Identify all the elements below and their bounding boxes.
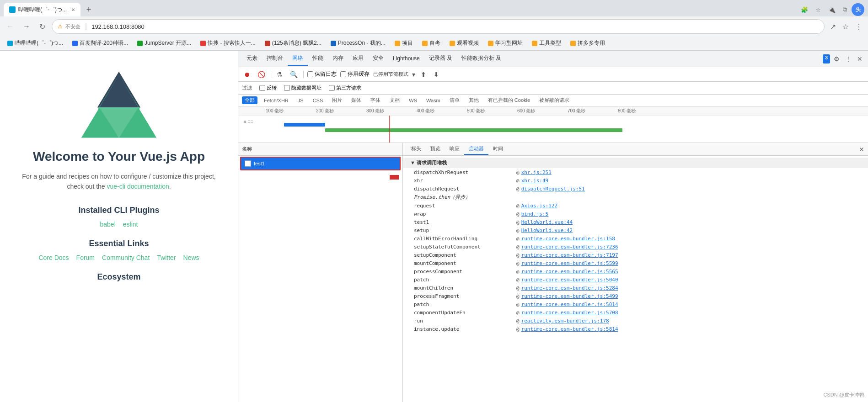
- call-link[interactable]: Axios.js:122: [521, 203, 557, 209]
- tab-elements[interactable]: 元素: [242, 52, 262, 66]
- new-tab-button[interactable]: +: [82, 3, 95, 16]
- tab-console[interactable]: 控制台: [262, 52, 288, 66]
- bookmark-watch-video[interactable]: 观看视频: [446, 38, 482, 48]
- detail-tab-response[interactable]: 响应: [445, 143, 464, 155]
- clear-button[interactable]: 🚫: [256, 70, 267, 79]
- detail-tab-initiator[interactable]: 启动器: [464, 143, 488, 155]
- tab-lighthouse[interactable]: Lighthouse: [388, 53, 424, 65]
- vue-cli-doc-link[interactable]: vue-cli documentation: [107, 183, 169, 190]
- active-tab[interactable]: 哔哩哔哩(゜-゜)つ... ✕: [4, 3, 80, 16]
- twitter-link[interactable]: Twitter: [157, 254, 176, 261]
- type-manifest-button[interactable]: 清单: [447, 96, 462, 104]
- type-fetch-xhr-button[interactable]: Fetch/XHR: [261, 97, 291, 104]
- bookmark-project[interactable]: 项目: [391, 38, 417, 48]
- devtools-more-button[interactable]: ⋮: [843, 54, 853, 63]
- bookmark-kuaisou[interactable]: 快搜 - 搜索快人一...: [197, 38, 259, 48]
- type-img-button[interactable]: 图片: [329, 96, 345, 104]
- tab-recorder[interactable]: 记录器 及: [424, 52, 457, 66]
- preserve-log-input[interactable]: [307, 71, 313, 77]
- news-link[interactable]: News: [183, 254, 199, 261]
- address-bar[interactable]: ⚠ 不安全 | 192.168.0.108:8080: [52, 19, 825, 34]
- invert-input[interactable]: [259, 85, 265, 91]
- bookmark-processon[interactable]: ProcessOn - 我的...: [327, 38, 389, 48]
- tab-memory[interactable]: 内存: [328, 52, 348, 66]
- throttle-select[interactable]: 已停用节流模式: [373, 71, 408, 78]
- community-chat-link[interactable]: Community Chat: [102, 254, 150, 261]
- bookmark-tools[interactable]: 工具类型: [528, 38, 565, 48]
- type-blocked-cookie-button[interactable]: 有已拦截的 Cookie: [485, 96, 533, 104]
- type-media-button[interactable]: 媒体: [348, 96, 364, 104]
- profile-avatar[interactable]: 头: [852, 3, 864, 16]
- extension-btn[interactable]: 🧩: [798, 3, 811, 16]
- forum-link[interactable]: Forum: [76, 254, 95, 261]
- call-link[interactable]: HelloWorld.vue:42: [521, 227, 573, 233]
- export-button[interactable]: ⬇: [432, 70, 441, 79]
- call-link[interactable]: runtime-core.esm-bundler.js:5814: [521, 326, 618, 332]
- bookmark-selfexam[interactable]: 自考: [418, 38, 444, 48]
- tab-close-button[interactable]: ✕: [71, 7, 75, 12]
- invert-checkbox[interactable]: 反转: [259, 85, 277, 91]
- detail-tab-timing[interactable]: 时间: [488, 143, 508, 155]
- call-link[interactable]: runtime-core.esm-bundler.js:5014: [521, 302, 618, 307]
- tab-application[interactable]: 应用: [348, 52, 368, 66]
- type-all-button[interactable]: 全部: [242, 96, 257, 104]
- bookmark-bilibili[interactable]: 哔哩哔哩(゜-゜)つ...: [4, 38, 67, 48]
- menu-button[interactable]: ⋮: [853, 21, 864, 33]
- detail-tab-headers[interactable]: 标头: [407, 143, 426, 155]
- eslint-link[interactable]: eslint: [123, 221, 138, 228]
- record-button[interactable]: ⏺: [242, 70, 252, 79]
- type-other-button[interactable]: 其他: [466, 96, 482, 104]
- tab-perf-insights[interactable]: 性能数据分析 及: [457, 52, 506, 66]
- devtools-close-button[interactable]: ✕: [855, 54, 864, 63]
- call-link[interactable]: xhr.js:49: [521, 178, 549, 184]
- call-link[interactable]: runtime-core.esm-bundler.js:5499: [521, 293, 618, 299]
- type-font-button[interactable]: 字体: [368, 96, 383, 104]
- reload-button[interactable]: ↻: [37, 21, 48, 33]
- preserve-log-checkbox[interactable]: 保留日志: [307, 70, 337, 78]
- bookmark-learning[interactable]: 学习型网址: [484, 38, 526, 48]
- request-row-test1[interactable]: test1: [241, 158, 400, 169]
- tab-performance[interactable]: 性能: [308, 52, 328, 66]
- bookmark-baidu-translate[interactable]: 百度翻译-200种语...: [69, 38, 132, 48]
- hide-data-url-checkbox[interactable]: 隐藏数据网址: [284, 85, 321, 91]
- call-link[interactable]: runtime-core.esm-bundler.js:5565: [521, 269, 618, 275]
- babel-link[interactable]: babel: [100, 221, 116, 228]
- search-button[interactable]: 🔍: [288, 70, 300, 79]
- forward-button[interactable]: →: [20, 21, 33, 32]
- bookmark-csdn[interactable]: (125条消息) 飘飘2...: [261, 38, 325, 48]
- throttle-dropdown-icon[interactable]: ▾: [412, 71, 415, 78]
- detail-close-button[interactable]: ✕: [859, 146, 864, 153]
- tab-network[interactable]: 网络: [288, 52, 308, 66]
- detail-tab-preview[interactable]: 预览: [426, 143, 445, 155]
- third-party-checkbox[interactable]: 第三方请求: [329, 85, 361, 91]
- star-button[interactable]: ☆: [841, 21, 851, 33]
- request-checkbox[interactable]: [245, 160, 251, 167]
- call-link[interactable]: runtime-core.esm-bundler.js:5708: [521, 310, 618, 316]
- type-doc-button[interactable]: 文档: [387, 96, 402, 104]
- hide-data-url-input[interactable]: [284, 85, 290, 91]
- disable-cache-checkbox[interactable]: 停用缓存: [340, 70, 370, 78]
- disable-cache-input[interactable]: [340, 71, 346, 77]
- share-button[interactable]: ↗: [828, 21, 838, 33]
- type-wasm-button[interactable]: Wasm: [423, 97, 443, 104]
- type-ws-button[interactable]: WS: [406, 97, 420, 104]
- core-docs-link[interactable]: Core Docs: [38, 254, 69, 261]
- tab-security[interactable]: 安全: [368, 52, 388, 66]
- call-link[interactable]: xhr.js:251: [521, 169, 552, 175]
- call-link[interactable]: runtime-core.esm-bundler.js:158: [521, 236, 615, 242]
- call-link[interactable]: reactivity.esm-bundler.js:178: [521, 318, 609, 324]
- type-blocked-request-button[interactable]: 被屏蔽的请求: [536, 96, 572, 104]
- bookmark-jumpserver[interactable]: JumpServer 开源...: [134, 38, 195, 48]
- puzzle-btn[interactable]: 🔌: [825, 3, 838, 16]
- third-party-input[interactable]: [329, 85, 335, 91]
- call-link[interactable]: HelloWorld.vue:44: [521, 219, 573, 225]
- call-link[interactable]: runtime-core.esm-bundler.js:7197: [521, 252, 618, 258]
- call-link[interactable]: dispatchRequest.js:51: [521, 186, 585, 192]
- import-button[interactable]: ⬆: [419, 70, 428, 79]
- call-link[interactable]: runtime-core.esm-bundler.js:5284: [521, 285, 618, 291]
- call-link[interactable]: runtime-core.esm-bundler.js:7236: [521, 244, 618, 250]
- call-link[interactable]: runtime-core.esm-bundler.js:5040: [521, 277, 618, 283]
- call-link[interactable]: runtime-core.esm-bundler.js:5599: [521, 260, 618, 266]
- filter-button[interactable]: ⚗: [275, 70, 284, 79]
- bookmark-pinduoduo[interactable]: 拼多多专用: [567, 38, 609, 48]
